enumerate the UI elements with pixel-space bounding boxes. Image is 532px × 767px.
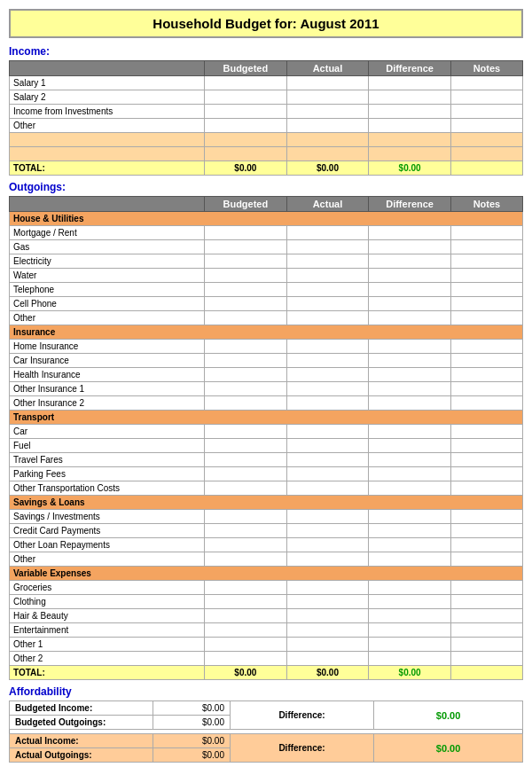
aff-budgeted-income-val: $0.00 (153, 701, 231, 716)
income-col-label (10, 61, 205, 76)
income-total-budgeted: $0.00 (205, 161, 287, 176)
out-row-groceries: Groceries (10, 581, 523, 595)
income-diff-other (369, 119, 451, 133)
out-header-insurance: Insurance (10, 325, 523, 340)
out-header-transport: Transport (10, 411, 523, 425)
aff-budgeted-outgoings-label: Budgeted Outgoings: (10, 716, 153, 730)
out-col-budgeted: Budgeted (205, 197, 287, 212)
income-row-empty2 (10, 147, 523, 161)
out-row-cellphone: Cell Phone (10, 297, 523, 311)
out-col-notes: Notes (450, 197, 522, 212)
out-row-credit: Credit Card Payments (10, 524, 523, 538)
income-total-actual: $0.00 (286, 161, 369, 176)
income-diff-salary2 (369, 90, 451, 105)
out-row-other-house: Other (10, 311, 523, 325)
income-row-other: Other (10, 119, 523, 133)
out-total-actual: $0.00 (286, 666, 369, 680)
out-total-budgeted: $0.00 (205, 666, 287, 680)
aff-actual-outgoings-label: Actual Outgoings: (10, 748, 153, 763)
out-row-fuel: Fuel (10, 439, 523, 453)
income-actual-salary2[interactable] (286, 90, 369, 105)
out-row-water: Water (10, 269, 523, 283)
out-header-savings: Savings & Loans (10, 496, 523, 510)
aff-actual-outgoings-val: $0.00 (153, 748, 231, 763)
out-row-hair: Hair & Beauty (10, 609, 523, 623)
income-diff-investments (369, 105, 451, 119)
aff-budgeted-income-label: Budgeted Income: (10, 701, 153, 716)
income-actual-investments[interactable] (286, 105, 369, 119)
out-row-other-transport: Other Transportation Costs (10, 481, 523, 496)
affordability-section-label: Affordability (9, 685, 523, 698)
out-row-other1: Other 1 (10, 638, 523, 652)
out-row-clothing: Clothing (10, 595, 523, 609)
income-label-salary2: Salary 2 (10, 90, 205, 105)
income-budgeted-salary2[interactable] (205, 90, 287, 105)
income-row-investments: Income from Investments (10, 105, 523, 119)
out-total-row: TOTAL: $0.00 $0.00 $0.00 (10, 666, 523, 680)
income-budgeted-other[interactable] (205, 119, 287, 133)
income-actual-other[interactable] (286, 119, 369, 133)
income-row-empty1 (10, 133, 523, 147)
income-total-label: TOTAL: (10, 161, 205, 176)
out-header-variable: Variable Expenses (10, 567, 523, 581)
out-col-label (10, 197, 205, 212)
out-header-savings-label: Savings & Loans (10, 496, 523, 510)
out-row-home-ins: Home Insurance (10, 340, 523, 354)
out-row-car: Car (10, 425, 523, 439)
out-total-diff: $0.00 (369, 666, 451, 680)
outgoings-table: Budgeted Actual Difference Notes House &… (9, 196, 523, 680)
income-row-salary2: Salary 2 (10, 90, 523, 105)
out-row-loan: Other Loan Repayments (10, 538, 523, 552)
outgoings-section-label: Outgoings: (9, 181, 523, 193)
out-row-health-ins: Health Insurance (10, 368, 523, 382)
aff-row-budgeted-income: Budgeted Income: $0.00 Difference: $0.00 (10, 701, 523, 716)
page-title: Household Budget for: August 2011 (9, 9, 523, 38)
income-row-salary1: Salary 1 (10, 76, 523, 90)
aff-budgeted-diff-val: $0.00 (374, 701, 523, 730)
out-col-diff: Difference (369, 197, 451, 212)
out-row-entertainment: Entertainment (10, 623, 523, 638)
out-header-insurance-label: Insurance (10, 325, 523, 340)
income-section-label: Income: (9, 45, 523, 58)
aff-row-actual-income: Actual Income: $0.00 Difference: $0.00 (10, 734, 523, 748)
out-row-electricity: Electricity (10, 254, 523, 269)
income-total-notes (450, 161, 522, 176)
out-total-label: TOTAL: (10, 666, 205, 680)
income-col-actual: Actual (286, 61, 369, 76)
income-table: Budgeted Actual Difference Notes Salary … (9, 60, 523, 176)
income-diff-salary1 (369, 76, 451, 90)
out-row-telephone: Telephone (10, 283, 523, 297)
out-header-variable-label: Variable Expenses (10, 567, 523, 581)
income-col-budgeted: Budgeted (205, 61, 287, 76)
income-label-investments: Income from Investments (10, 105, 205, 119)
out-row-car-ins: Car Insurance (10, 354, 523, 368)
income-budgeted-investments[interactable] (205, 105, 287, 119)
aff-budgeted-diff-label: Difference: (230, 701, 373, 730)
out-row-other2: Other 2 (10, 652, 523, 666)
out-row-other-savings: Other (10, 552, 523, 567)
income-total-diff: $0.00 (369, 161, 451, 176)
income-notes-salary2[interactable] (450, 90, 522, 105)
aff-actual-income-label: Actual Income: (10, 734, 153, 748)
out-row-gas: Gas (10, 240, 523, 254)
affordability-table: Budgeted Income: $0.00 Difference: $0.00… (9, 700, 523, 763)
out-row-other-ins2: Other Insurance 2 (10, 396, 523, 411)
out-header-house: House & Utilities (10, 212, 523, 226)
income-col-diff: Difference (369, 61, 451, 76)
income-budgeted-salary1[interactable] (205, 76, 287, 90)
out-header-transport-label: Transport (10, 411, 523, 425)
out-row-other-ins1: Other Insurance 1 (10, 382, 523, 396)
income-col-notes: Notes (450, 61, 522, 76)
title-text: Household Budget for: August 2011 (153, 16, 379, 31)
income-total-row: TOTAL: $0.00 $0.00 $0.00 (10, 161, 523, 176)
aff-actual-diff-label: Difference: (230, 734, 373, 763)
income-notes-salary1[interactable] (450, 76, 522, 90)
out-row-travel: Travel Fares (10, 453, 523, 467)
income-actual-salary1[interactable] (286, 76, 369, 90)
out-header-house-label: House & Utilities (10, 212, 523, 226)
income-label-other: Other (10, 119, 205, 133)
out-row-mortgage: Mortgage / Rent (10, 226, 523, 240)
income-notes-investments[interactable] (450, 105, 522, 119)
income-notes-other[interactable] (450, 119, 522, 133)
aff-actual-income-val: $0.00 (153, 734, 231, 748)
